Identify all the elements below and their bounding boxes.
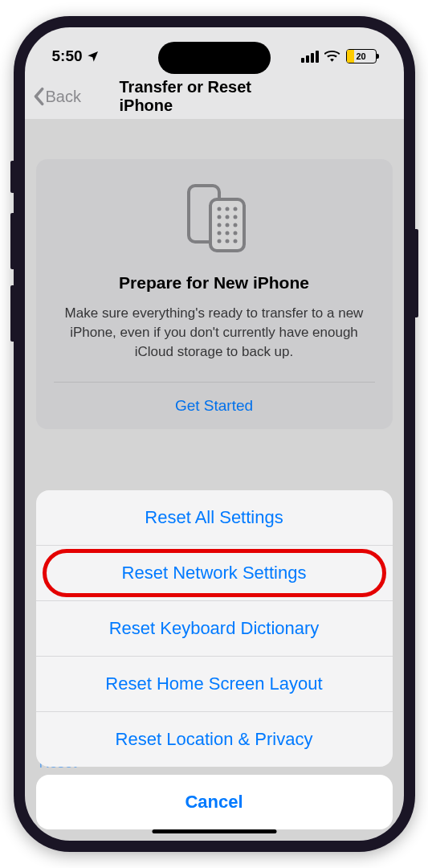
two-phones-icon bbox=[54, 183, 375, 254]
svg-point-13 bbox=[233, 231, 237, 235]
reset-network-settings-option[interactable]: Reset Network Settings bbox=[36, 545, 393, 600]
nav-bar: Back Transfer or Reset iPhone bbox=[25, 74, 404, 119]
back-label: Back bbox=[46, 88, 81, 106]
sheet-item-label: Reset Keyboard Dictionary bbox=[109, 618, 320, 638]
phone-power-button bbox=[415, 229, 418, 317]
back-button[interactable]: Back bbox=[33, 87, 81, 106]
reset-all-settings-option[interactable]: Reset All Settings bbox=[36, 490, 393, 545]
svg-point-11 bbox=[217, 231, 221, 235]
battery-icon: 20 bbox=[346, 49, 377, 63]
svg-point-16 bbox=[233, 240, 237, 244]
phone-volume-up bbox=[10, 213, 14, 269]
reset-home-screen-layout-option[interactable]: Reset Home Screen Layout bbox=[36, 656, 393, 711]
status-time: 5:50 bbox=[52, 47, 83, 65]
sheet-item-label: Reset Location & Privacy bbox=[116, 729, 313, 749]
action-sheet-group: Reset All Settings Reset Network Setting… bbox=[36, 490, 393, 767]
svg-point-4 bbox=[233, 207, 237, 211]
sheet-item-label: Reset Network Settings bbox=[122, 563, 307, 583]
prepare-description: Make sure everything's ready to transfer… bbox=[54, 304, 375, 382]
svg-point-15 bbox=[225, 240, 229, 244]
phone-mute-switch bbox=[10, 161, 14, 193]
svg-point-9 bbox=[225, 223, 229, 227]
cancel-button[interactable]: Cancel bbox=[36, 775, 393, 829]
screen: 5:50 20 Back Transfer or Reset iPhone bbox=[25, 27, 404, 841]
dynamic-island bbox=[158, 42, 271, 74]
reset-keyboard-dictionary-option[interactable]: Reset Keyboard Dictionary bbox=[36, 600, 393, 656]
svg-point-3 bbox=[225, 207, 229, 211]
get-started-button[interactable]: Get Started bbox=[54, 382, 375, 429]
sheet-item-label: Reset All Settings bbox=[145, 507, 283, 527]
prepare-card: Prepare for New iPhone Make sure everyth… bbox=[36, 159, 393, 429]
wifi-icon bbox=[324, 50, 340, 63]
svg-point-5 bbox=[217, 215, 221, 219]
home-indicator[interactable] bbox=[152, 829, 276, 833]
chevron-left-icon bbox=[33, 87, 44, 106]
svg-point-14 bbox=[217, 240, 221, 244]
sheet-item-label: Reset Home Screen Layout bbox=[105, 674, 322, 694]
phone-volume-down bbox=[10, 285, 14, 342]
phone-frame: 5:50 20 Back Transfer or Reset iPhone bbox=[14, 16, 415, 852]
prepare-title: Prepare for New iPhone bbox=[54, 273, 375, 293]
svg-point-7 bbox=[233, 215, 237, 219]
svg-point-8 bbox=[217, 223, 221, 227]
location-icon bbox=[87, 50, 100, 63]
page-title: Transfer or Reset iPhone bbox=[120, 78, 309, 115]
svg-point-2 bbox=[217, 207, 221, 211]
svg-point-10 bbox=[233, 223, 237, 227]
svg-point-12 bbox=[225, 231, 229, 235]
svg-point-6 bbox=[225, 215, 229, 219]
reset-location-privacy-option[interactable]: Reset Location & Privacy bbox=[36, 711, 393, 767]
cellular-icon bbox=[301, 51, 319, 63]
battery-percent: 20 bbox=[347, 51, 376, 61]
action-sheet: Reset All Settings Reset Network Setting… bbox=[36, 490, 393, 829]
